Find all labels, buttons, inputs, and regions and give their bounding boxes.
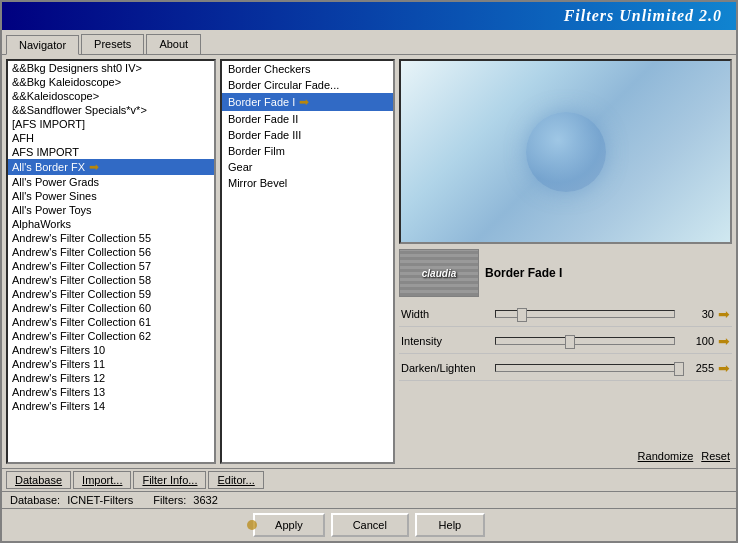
slider-label: Width: [401, 308, 491, 320]
tab-about[interactable]: About: [146, 34, 201, 54]
thumbnail-inner: claudia: [400, 250, 478, 296]
slider-value: 255: [679, 362, 714, 374]
nav-item[interactable]: Andrew's Filter Collection 60: [8, 301, 214, 315]
nav-list[interactable]: &&Bkg Designers sht0 IV>&&Bkg Kaleidosco…: [8, 61, 214, 462]
reset-button[interactable]: Reset: [701, 450, 730, 462]
thumbnail-box: claudia: [399, 249, 479, 297]
slider-value-area: 30➡: [679, 306, 730, 322]
nav-item[interactable]: AFH: [8, 131, 214, 145]
nav-item[interactable]: Andrew's Filters 12: [8, 371, 214, 385]
action-bar: Apply Cancel Help: [2, 508, 736, 541]
nav-item[interactable]: Andrew's Filter Collection 61: [8, 315, 214, 329]
nav-panel: &&Bkg Designers sht0 IV>&&Bkg Kaleidosco…: [6, 59, 216, 464]
randomize-reset-bar: Randomize Reset: [399, 448, 732, 464]
info-panel: claudia Border Fade I: [399, 248, 732, 298]
main-window: Filters Unlimited 2.0 Navigator Presets …: [0, 0, 738, 543]
help-button[interactable]: Help: [415, 513, 485, 537]
nav-item[interactable]: &&Bkg Designers sht0 IV>: [8, 61, 214, 75]
slider-arrow-icon: ➡: [718, 360, 730, 376]
slider-track[interactable]: [495, 364, 675, 372]
filter-item[interactable]: Mirror Bevel: [222, 175, 393, 191]
nav-item[interactable]: All's Power Sines: [8, 189, 214, 203]
nav-item[interactable]: Andrew's Filters 11: [8, 357, 214, 371]
arrow-icon: ➡: [295, 95, 308, 109]
filter-item[interactable]: Border Fade II: [222, 111, 393, 127]
tab-bar: Navigator Presets About: [2, 30, 736, 55]
nav-item[interactable]: All's Power Grads: [8, 175, 214, 189]
slider-label: Darken/Lighten: [401, 362, 491, 374]
nav-item[interactable]: Andrew's Filters 10: [8, 343, 214, 357]
nav-item[interactable]: Andrew's Filter Collection 56: [8, 245, 214, 259]
slider-thumb[interactable]: [517, 308, 527, 322]
slider-thumb[interactable]: [565, 335, 575, 349]
filter-list[interactable]: Border CheckersBorder Circular Fade...Bo…: [222, 61, 393, 462]
nav-item[interactable]: Andrew's Filter Collection 58: [8, 273, 214, 287]
database-status: Database: ICNET-Filters: [10, 494, 133, 506]
nav-item[interactable]: Andrew's Filter Collection 55: [8, 231, 214, 245]
slider-row: Intensity100➡: [399, 329, 732, 354]
slider-track[interactable]: [495, 337, 675, 345]
nav-item[interactable]: Andrew's Filters 14: [8, 399, 214, 413]
nav-item[interactable]: Andrew's Filters 13: [8, 385, 214, 399]
nav-item[interactable]: Andrew's Filter Collection 57: [8, 259, 214, 273]
preview-canvas: [401, 61, 730, 242]
cancel-button[interactable]: Cancel: [331, 513, 409, 537]
filter-name-display: Border Fade I: [485, 266, 732, 280]
tab-navigator[interactable]: Navigator: [6, 35, 79, 55]
slider-arrow-icon: ➡: [718, 306, 730, 322]
slider-row: Width30➡: [399, 302, 732, 327]
slider-arrow-icon: ➡: [718, 333, 730, 349]
apply-button[interactable]: Apply: [253, 513, 325, 537]
slider-row: Darken/Lighten255➡: [399, 356, 732, 381]
nav-item[interactable]: &&Sandflower Specials*v*>: [8, 103, 214, 117]
title-bar: Filters Unlimited 2.0: [2, 2, 736, 30]
main-content: &&Bkg Designers sht0 IV>&&Bkg Kaleidosco…: [2, 55, 736, 468]
filter-item[interactable]: Border Circular Fade...: [222, 77, 393, 93]
filter-item[interactable]: Border Fade III: [222, 127, 393, 143]
filter-item[interactable]: Gear: [222, 159, 393, 175]
slider-thumb[interactable]: [674, 362, 684, 376]
tab-presets[interactable]: Presets: [81, 34, 144, 54]
slider-track[interactable]: [495, 310, 675, 318]
nav-item[interactable]: Andrew's Filter Collection 62: [8, 329, 214, 343]
nav-item[interactable]: AlphaWorks: [8, 217, 214, 231]
preview-area: [399, 59, 732, 244]
nav-item[interactable]: Andrew's Filter Collection 59: [8, 287, 214, 301]
preview-circle: [526, 112, 606, 192]
slider-value-area: 100➡: [679, 333, 730, 349]
filter-item[interactable]: Border Fade I ➡: [222, 93, 393, 111]
nav-item[interactable]: &&Bkg Kaleidoscope>: [8, 75, 214, 89]
editor-button[interactable]: Editor...: [208, 471, 263, 489]
nav-item[interactable]: [AFS IMPORT]: [8, 117, 214, 131]
filter-info-button[interactable]: Filter Info...: [133, 471, 206, 489]
filter-item[interactable]: Border Checkers: [222, 61, 393, 77]
nav-item[interactable]: All's Border FX ➡: [8, 159, 214, 175]
sliders-section: Width30➡Intensity100➡Darken/Lighten255➡: [399, 302, 732, 444]
slider-value: 100: [679, 335, 714, 347]
database-button[interactable]: Database: [6, 471, 71, 489]
slider-label: Intensity: [401, 335, 491, 347]
randomize-button[interactable]: Randomize: [638, 450, 694, 462]
nav-item[interactable]: All's Power Toys: [8, 203, 214, 217]
right-panel: claudia Border Fade I Width30➡Intensity1…: [399, 59, 732, 464]
thumbnail-text: claudia: [422, 268, 456, 279]
filter-item[interactable]: Border Film: [222, 143, 393, 159]
import-button[interactable]: Import...: [73, 471, 131, 489]
status-bar: Database: ICNET-Filters Filters: 3632: [2, 491, 736, 508]
filter-panel: Border CheckersBorder Circular Fade...Bo…: [220, 59, 395, 464]
nav-item[interactable]: &&Kaleidoscope>: [8, 89, 214, 103]
filters-status: Filters: 3632: [153, 494, 218, 506]
slider-value-area: 255➡: [679, 360, 730, 376]
title-bar-text: Filters Unlimited 2.0: [6, 7, 732, 25]
nav-item[interactable]: AFS IMPORT: [8, 145, 214, 159]
bottom-toolbar: Database Import... Filter Info... Editor…: [2, 468, 736, 491]
arrow-icon: ➡: [89, 160, 99, 174]
slider-value: 30: [679, 308, 714, 320]
